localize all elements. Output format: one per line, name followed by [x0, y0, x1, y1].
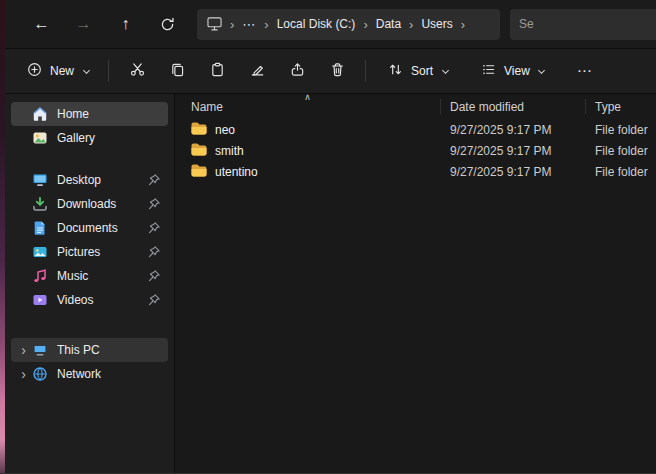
sort-button-label: Sort: [411, 64, 433, 78]
navigation-pane: Home Gallery: [5, 94, 175, 473]
type-cell: File folder: [585, 165, 656, 179]
view-icon: [481, 62, 496, 80]
pin-icon: [147, 269, 161, 283]
copy-icon: [170, 62, 185, 80]
breadcrumb-segment-data[interactable]: Data: [376, 17, 401, 31]
chevron-down-icon: [82, 67, 90, 75]
column-label-name: Name: [191, 100, 223, 114]
sidebar-group-gap: [5, 312, 174, 338]
sidebar-item-network[interactable]: › Network: [11, 362, 168, 386]
navigation-bar: ← → ↑: [5, 0, 656, 48]
file-row-neo[interactable]: neo 9/27/2025 9:17 PM File folder: [175, 119, 656, 140]
sidebar-item-music[interactable]: Music: [11, 264, 168, 288]
sidebar-item-label: Desktop: [57, 173, 147, 187]
file-name: smith: [215, 144, 244, 158]
type-cell: File folder: [585, 144, 656, 158]
up-arrow-icon: ↑: [122, 15, 130, 33]
sidebar-item-videos[interactable]: Videos: [11, 288, 168, 312]
back-arrow-icon: ←: [34, 15, 50, 33]
paste-button[interactable]: [198, 55, 236, 87]
date-modified-cell: 9/27/2025 9:17 PM: [440, 144, 585, 158]
sidebar-item-pictures[interactable]: Pictures: [11, 240, 168, 264]
home-icon: [32, 106, 48, 122]
sidebar-item-label: Pictures: [57, 245, 147, 259]
copy-button[interactable]: [158, 55, 196, 87]
sidebar-item-documents[interactable]: Documents: [11, 216, 168, 240]
breadcrumb-overflow-button[interactable]: ⋯: [242, 17, 256, 32]
column-headers: Name ∧ Date modified Type: [175, 94, 656, 119]
view-button[interactable]: View: [471, 55, 556, 87]
rename-icon: [250, 62, 265, 80]
column-header-date-modified[interactable]: Date modified: [440, 94, 585, 119]
sidebar-item-label: Home: [57, 107, 161, 121]
more-icon: ⋯: [577, 62, 593, 80]
file-row-utentino[interactable]: utentino 9/27/2025 9:17 PM File folder: [175, 161, 656, 182]
up-button[interactable]: ↑: [109, 9, 142, 39]
gallery-icon: [32, 130, 48, 146]
breadcrumb-segment-users[interactable]: Users: [421, 17, 452, 31]
file-explorer-window: ← → ↑: [0, 0, 656, 474]
column-header-type[interactable]: Type: [585, 94, 656, 119]
name-cell: smith: [175, 143, 440, 159]
refresh-button[interactable]: [151, 9, 184, 39]
breadcrumb-chevron-icon[interactable]: ›: [230, 18, 234, 31]
chevron-right-icon[interactable]: ›: [15, 343, 32, 357]
videos-icon: [32, 292, 48, 308]
share-button[interactable]: [278, 55, 316, 87]
this-pc-icon: [32, 342, 48, 358]
sidebar-item-label: This PC: [57, 343, 161, 357]
cut-button[interactable]: [118, 55, 156, 87]
sidebar-item-downloads[interactable]: Downloads: [11, 192, 168, 216]
column-label-type: Type: [595, 100, 621, 114]
search-input[interactable]: [510, 9, 656, 40]
name-cell: neo: [175, 122, 440, 138]
pin-icon: [147, 245, 161, 259]
new-button-label: New: [50, 64, 74, 78]
cut-icon: [130, 62, 145, 80]
file-row-smith[interactable]: smith 9/27/2025 9:17 PM File folder: [175, 140, 656, 161]
sidebar-item-desktop[interactable]: Desktop: [11, 168, 168, 192]
network-icon: [32, 366, 48, 382]
chevron-down-icon: [441, 67, 449, 75]
sort-button[interactable]: Sort: [378, 55, 459, 87]
new-plus-icon: [27, 62, 42, 80]
see-more-button[interactable]: ⋯: [566, 55, 604, 87]
column-label-date-modified: Date modified: [450, 100, 524, 114]
new-button[interactable]: New: [17, 55, 100, 87]
command-toolbar: New: [5, 48, 656, 94]
sidebar-item-home[interactable]: Home: [11, 102, 168, 126]
forward-button[interactable]: →: [67, 9, 100, 39]
type-cell: File folder: [585, 123, 656, 137]
sidebar-item-label: Gallery: [57, 131, 161, 145]
column-header-name[interactable]: Name ∧: [175, 94, 440, 119]
toolbar-divider: [108, 60, 109, 82]
folder-icon: [191, 122, 207, 138]
file-list-pane: Name ∧ Date modified Type: [175, 94, 656, 473]
breadcrumb-chevron-icon[interactable]: ›: [264, 18, 268, 31]
breadcrumb-chevron-icon[interactable]: ›: [461, 18, 465, 31]
breadcrumb-chevron-icon[interactable]: ›: [409, 18, 413, 31]
sidebar-item-label: Downloads: [57, 197, 147, 211]
sidebar-item-this-pc[interactable]: › This PC: [11, 338, 168, 362]
back-button[interactable]: ←: [25, 9, 58, 39]
downloads-icon: [32, 196, 48, 212]
chevron-right-icon[interactable]: ›: [15, 367, 32, 381]
rename-button[interactable]: [238, 55, 276, 87]
delete-button[interactable]: [318, 55, 356, 87]
forward-arrow-icon: →: [76, 15, 92, 33]
toolbar-divider: [365, 60, 366, 82]
music-icon: [32, 268, 48, 284]
sidebar-item-gallery[interactable]: Gallery: [11, 126, 168, 150]
paste-icon: [210, 62, 225, 80]
sidebar-group-gap: [5, 150, 174, 168]
pin-icon: [147, 293, 161, 307]
breadcrumb[interactable]: › ⋯ › Local Disk (C:) › Data › Users ›: [197, 9, 500, 40]
chevron-down-icon: [538, 67, 546, 75]
breadcrumb-chevron-icon[interactable]: ›: [363, 18, 367, 31]
name-cell: utentino: [175, 164, 440, 180]
breadcrumb-segment-local-disk-c[interactable]: Local Disk (C:): [277, 17, 356, 31]
date-modified-cell: 9/27/2025 9:17 PM: [440, 165, 585, 179]
sort-ascending-indicator: ∧: [304, 93, 311, 102]
pictures-icon: [32, 244, 48, 260]
sidebar-item-label: Music: [57, 269, 147, 283]
